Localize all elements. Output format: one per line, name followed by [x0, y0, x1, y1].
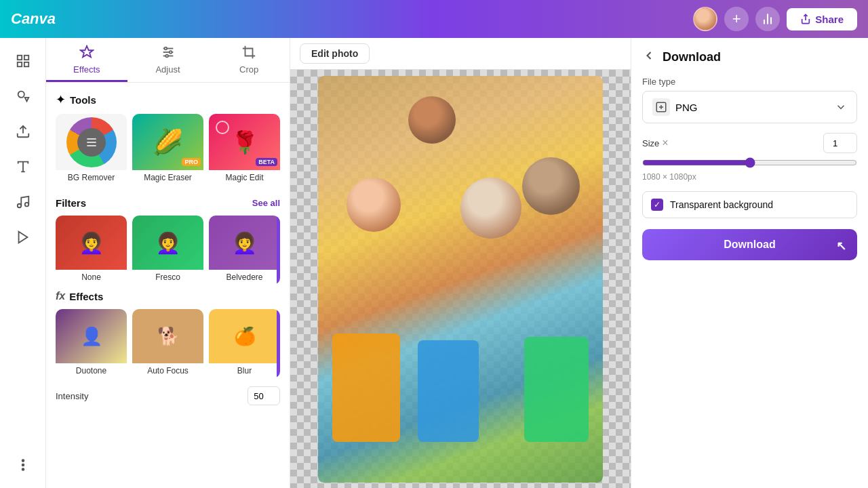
tab-adjust-label: Adjust [155, 64, 180, 75]
canvas-viewport [290, 70, 631, 488]
png-icon [652, 98, 670, 116]
tab-effects-label: Effects [73, 64, 100, 75]
more-icon[interactable] [7, 449, 39, 481]
cursor-icon: ↖ [836, 239, 846, 253]
filter-none-label: None [56, 270, 127, 285]
canvas-area: Edit photo [290, 38, 631, 488]
svg-rect-4 [17, 56, 21, 60]
filters-see-all[interactable]: See all [252, 198, 280, 208]
effect-blur[interactable]: 🍊 Blur [209, 309, 280, 378]
header-left: Canva [11, 10, 56, 28]
file-type-left: PNG [652, 98, 698, 116]
filters-grid: 👩‍🦱 None 👩‍🦱 Fresco 👩‍🦱 Belvedere [56, 216, 280, 285]
header: Canva + Share [0, 0, 868, 38]
crop-icon [241, 45, 256, 63]
file-type-label: File type [642, 77, 857, 87]
size-slider[interactable] [642, 157, 857, 168]
svg-point-23 [169, 51, 172, 54]
avatar-image [694, 8, 716, 30]
beta-badge: BETA [256, 158, 277, 166]
transparent-bg-row[interactable]: ✓ Transparent background [642, 191, 857, 218]
download-button-label: Download [724, 239, 775, 250]
tab-crop[interactable]: Crop [208, 38, 290, 82]
share-button[interactable]: Share [787, 8, 857, 30]
text-icon[interactable] [7, 150, 39, 183]
magic-edit-label: Magic Edit [225, 170, 263, 185]
tools-header: ✦ Tools [56, 92, 280, 107]
chevron-down-icon [835, 101, 847, 113]
bg-remover-label: BG Remover [68, 170, 115, 185]
bg-remover-image [56, 114, 127, 170]
filter-none-image: 👩‍🦱 [56, 216, 127, 270]
tab-adjust[interactable]: Adjust [127, 38, 209, 82]
canva-logo: Canva [11, 10, 56, 28]
size-label: Size [642, 138, 659, 148]
size-x: × [662, 137, 668, 149]
intensity-row: Intensity 50 [56, 386, 280, 405]
tab-crop-label: Crop [239, 64, 258, 75]
svg-point-17 [22, 464, 24, 466]
size-dimensions: 1080 × 1080px [642, 172, 857, 182]
grid-icon[interactable] [7, 45, 39, 77]
blur-selected-bar [277, 309, 280, 378]
svg-point-18 [22, 468, 24, 470]
auto-focus-image: 🐕 [132, 309, 203, 363]
effect-auto-focus[interactable]: 🐕 Auto Focus [132, 309, 203, 378]
svg-point-13 [17, 204, 21, 208]
analytics-button[interactable] [755, 7, 780, 31]
filter-fresco-label: Fresco [132, 270, 203, 285]
music-icon[interactable] [7, 186, 39, 218]
effects-fx-icon: fx [56, 290, 65, 302]
file-type-value: PNG [675, 102, 698, 113]
magic-edit-card[interactable]: 🌹 BETA Magic Edit [209, 114, 280, 185]
shapes-icon[interactable] [7, 80, 39, 113]
back-button[interactable] [642, 49, 656, 66]
effects-section-header: fx Effects [56, 290, 280, 302]
download-button[interactable]: Download ↖ [642, 229, 857, 260]
left-panel: Effects Adjust Crop ✦ Tools [46, 38, 290, 488]
filter-none[interactable]: 👩‍🦱 None [56, 216, 127, 285]
transparent-bg-label: Transparent background [670, 199, 773, 210]
blur-label: Blur [209, 363, 280, 378]
filter-fresco-image: 👩‍🦱 [132, 216, 203, 270]
tools-title: Tools [70, 94, 96, 106]
size-input[interactable] [823, 133, 857, 153]
filters-title: Filters [56, 197, 86, 209]
size-row: Size × [642, 133, 857, 153]
bg-remover-card[interactable]: BG Remover [56, 114, 127, 185]
tab-effects[interactable]: Effects [46, 38, 127, 82]
magic-eraser-card[interactable]: 🌽 PRO Magic Eraser [132, 114, 203, 185]
photo-subject [290, 70, 631, 488]
upload-icon[interactable] [7, 115, 39, 148]
avatar[interactable] [693, 7, 717, 31]
blur-image: 🍊 [209, 309, 280, 363]
filter-belvedere-image: 👩‍🦱 [209, 216, 280, 270]
main-layout: Effects Adjust Crop ✦ Tools [0, 38, 868, 488]
adjust-icon [161, 45, 176, 63]
canvas-toolbar: Edit photo [290, 38, 631, 70]
check-mark-icon: ✓ [654, 200, 660, 209]
tools-sparkle-icon: ✦ [56, 92, 66, 107]
svg-marker-15 [18, 232, 27, 243]
file-type-select[interactable]: PNG [642, 91, 857, 123]
svg-point-8 [18, 92, 24, 98]
filter-fresco[interactable]: 👩‍🦱 Fresco [132, 216, 203, 285]
icon-rail [0, 38, 46, 488]
effect-duotone[interactable]: 👤 Duotone [56, 309, 127, 378]
video-icon[interactable] [7, 221, 39, 253]
effects-icon [79, 45, 94, 63]
header-right: + Share [693, 7, 857, 31]
magic-eraser-label: Magic Eraser [144, 170, 192, 185]
auto-focus-label: Auto Focus [132, 363, 203, 378]
svg-rect-6 [17, 62, 21, 66]
edit-photo-button[interactable]: Edit photo [300, 43, 370, 64]
filter-belvedere-label: Belvedere [209, 270, 280, 285]
duotone-label: Duotone [56, 363, 127, 378]
transparent-bg-checkbox[interactable]: ✓ [651, 199, 663, 211]
intensity-input[interactable]: 50 [248, 386, 280, 405]
filter-belvedere[interactable]: 👩‍🦱 Belvedere [209, 216, 280, 285]
tab-bar: Effects Adjust Crop [46, 38, 290, 83]
panel-content: ✦ Tools BG Remover [46, 83, 290, 488]
svg-point-24 [165, 55, 168, 58]
create-button[interactable]: + [724, 7, 749, 31]
